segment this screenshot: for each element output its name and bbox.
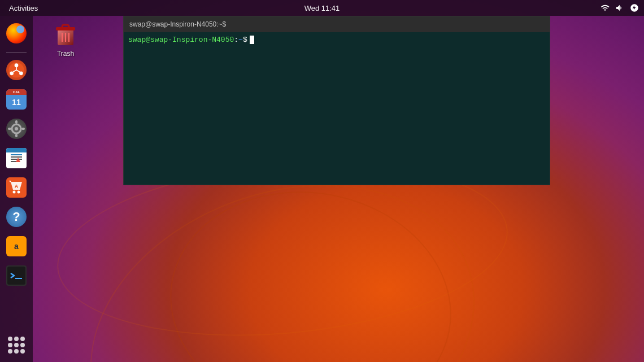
panel-left: Activities: [5, 0, 42, 16]
dock-separator-1: [6, 52, 27, 53]
svg-point-18: [18, 191, 20, 194]
volume-icon[interactable]: [615, 3, 625, 13]
desktop: Activities Wed 11:41: [0, 0, 644, 362]
svg-point-2: [10, 72, 14, 76]
svg-rect-14: [11, 156, 22, 158]
dock-item-firefox[interactable]: [3, 20, 29, 46]
system-menu-icon[interactable]: [629, 3, 639, 13]
dock-item-help[interactable]: ?: [3, 204, 29, 230]
prompt-colon: :: [234, 36, 238, 44]
desktop-icon-trash[interactable]: Trash: [43, 20, 88, 58]
terminal-titlebar: swap@swap-Inspiron-N4050:~$: [124, 16, 550, 32]
svg-point-8: [15, 127, 18, 130]
dock-item-amazon[interactable]: a: [3, 233, 29, 259]
wifi-icon[interactable]: [600, 3, 610, 13]
terminal-window[interactable]: swap@swap-Inspiron-N4050:~$ swap @ swap-…: [123, 16, 550, 185]
svg-point-1: [15, 63, 19, 67]
top-panel: Activities Wed 11:41: [0, 0, 644, 16]
prompt-user: swap: [128, 36, 146, 44]
svg-rect-12: [21, 128, 25, 130]
dock-item-ubuntu[interactable]: [3, 57, 29, 83]
svg-rect-15: [11, 159, 22, 160]
svg-point-17: [13, 191, 16, 194]
svg-text:A: A: [15, 184, 19, 189]
panel-right: [600, 3, 639, 13]
svg-rect-9: [15, 120, 18, 124]
terminal-title: swap@swap-Inspiron-N4050:~$: [129, 20, 544, 28]
dock-item-writer[interactable]: [3, 145, 29, 171]
terminal-body[interactable]: swap @ swap-Inspiron-N4050 : ~ $: [124, 32, 550, 185]
prompt-dollar: $: [243, 36, 247, 44]
prompt-dir: ~: [238, 36, 243, 44]
svg-rect-20: [7, 267, 25, 285]
dock-item-store[interactable]: A: [3, 175, 29, 200]
activities-button[interactable]: Activities: [5, 0, 42, 16]
svg-rect-10: [15, 134, 18, 137]
trash-label: Trash: [57, 50, 74, 58]
svg-rect-13: [11, 154, 22, 155]
dock-item-calendar[interactable]: CAL 11: [3, 86, 29, 112]
dock: CAL 11: [0, 16, 33, 362]
svg-rect-11: [8, 128, 11, 130]
dock-item-settings[interactable]: [3, 116, 29, 142]
terminal-cursor: [250, 36, 254, 44]
prompt-host: swap-Inspiron-N4050: [150, 36, 234, 44]
svg-point-3: [19, 72, 23, 76]
panel-clock: Wed 11:41: [304, 4, 340, 12]
terminal-prompt: swap @ swap-Inspiron-N4050 : ~ $: [128, 36, 545, 44]
dock-item-terminal[interactable]: [3, 263, 29, 289]
svg-rect-25: [62, 25, 69, 28]
prompt-at: @: [146, 36, 150, 44]
app-grid-button[interactable]: [6, 335, 27, 355]
